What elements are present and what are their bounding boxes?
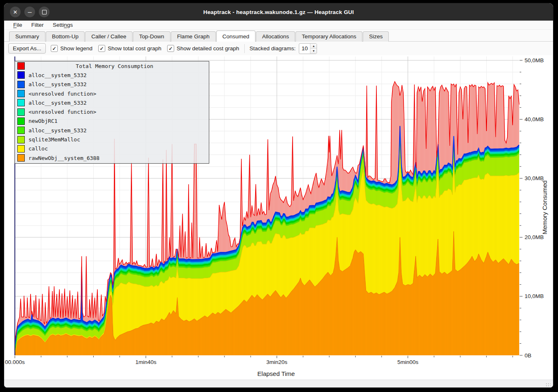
resize-grip[interactable] bbox=[546, 383, 551, 387]
spinbox-value[interactable]: 10 bbox=[299, 44, 310, 54]
window-controls: ✕─ bbox=[10, 3, 50, 21]
checkbox-show-detailed-cost-graph[interactable]: ✓Show detailed cost graph bbox=[167, 45, 239, 52]
tab-sizes[interactable]: Sizes bbox=[363, 31, 389, 42]
spin-up-arrow-icon[interactable]: ▲ bbox=[310, 44, 317, 49]
y-axis-title: Memory Consumed bbox=[541, 181, 548, 235]
checkbox-label: Show legend bbox=[60, 45, 92, 52]
tab-flame-graph[interactable]: Flame Graph bbox=[171, 31, 216, 42]
screen: ✕─ Heaptrack - heaptrack.wakunode.1.gz —… bbox=[0, 0, 558, 392]
legend-item: sqlite3MemMalloc bbox=[15, 135, 209, 144]
menu-bar: FileFilterSettings bbox=[4, 21, 553, 30]
legend-label: sqlite3MemMalloc bbox=[28, 136, 80, 143]
x-tick-label: 3min20s bbox=[266, 359, 287, 365]
checkbox-show-legend[interactable]: ✓Show legend bbox=[51, 45, 92, 52]
menu-settings[interactable]: Settings bbox=[49, 21, 77, 29]
close-button[interactable]: ✕ bbox=[10, 7, 21, 17]
tab-bar: SummaryBottom-UpCaller / CalleeTop-DownF… bbox=[4, 30, 553, 42]
legend-label: calloc bbox=[28, 146, 48, 152]
heaptrack-window: ✕─ Heaptrack - heaptrack.wakunode.1.gz —… bbox=[4, 3, 553, 387]
legend-swatch-icon bbox=[17, 117, 25, 125]
legend-item: alloc__system_5332 bbox=[15, 70, 209, 80]
legend-label: <unresolved function> bbox=[28, 91, 96, 97]
legend-item: rawNewObj__system_6388 bbox=[15, 153, 209, 162]
legend-swatch-icon bbox=[17, 136, 25, 143]
legend-title-row: Total Memory Consumption bbox=[15, 61, 209, 70]
y-tick-label: 0B bbox=[525, 352, 532, 359]
tab-summary[interactable]: Summary bbox=[9, 31, 45, 42]
status-strip bbox=[4, 380, 553, 387]
legend-swatch-icon bbox=[17, 99, 25, 106]
toolbar-separator bbox=[244, 44, 245, 53]
y-tick-label: 20,0MB bbox=[525, 234, 544, 240]
y-tick-label: 10,0MB bbox=[525, 293, 544, 299]
maximize-icon bbox=[42, 10, 47, 14]
legend-swatch-icon bbox=[17, 127, 25, 134]
legend-swatch-icon bbox=[17, 90, 25, 97]
checkbox-group: ✓Show legend✓Show total cost graph✓Show … bbox=[49, 45, 239, 52]
legend-item: <unresolved function> bbox=[15, 89, 209, 98]
legend-label: alloc__system_5332 bbox=[28, 127, 87, 134]
legend-swatch-icon bbox=[17, 108, 25, 116]
x-tick-label: 5min00s bbox=[397, 359, 418, 365]
checkbox-icon: ✓ bbox=[51, 45, 58, 52]
spinbox-arrows: ▲ ▼ bbox=[310, 44, 317, 54]
legend-label: Total Memory Consumption bbox=[28, 63, 201, 69]
chart-legend: Total Memory Consumptionalloc__system_53… bbox=[14, 61, 209, 164]
tab-consumed[interactable]: Consumed bbox=[216, 31, 255, 42]
checkbox-icon: ✓ bbox=[167, 45, 174, 52]
legend-label: alloc__system_5332 bbox=[28, 81, 87, 87]
consumed-chart[interactable]: 00.000s1min40s3min20s5min00s0B10,0MB20,0… bbox=[5, 55, 552, 380]
window-title: Heaptrack - heaptrack.wakunode.1.gz — He… bbox=[4, 9, 553, 15]
legend-label: <unresolved function> bbox=[28, 109, 96, 115]
tab-caller-callee[interactable]: Caller / Callee bbox=[85, 31, 132, 42]
x-axis-title: Elapsed Time bbox=[258, 370, 295, 377]
spin-down-arrow-icon[interactable]: ▼ bbox=[310, 49, 317, 54]
legend-item: alloc__system_5332 bbox=[15, 126, 209, 135]
checkbox-label: Show detailed cost graph bbox=[177, 45, 239, 52]
title-bar[interactable]: ✕─ Heaptrack - heaptrack.wakunode.1.gz —… bbox=[4, 3, 553, 21]
checkbox-label: Show total cost graph bbox=[108, 45, 161, 52]
legend-swatch-icon bbox=[17, 154, 25, 162]
stacked-diagrams-spinbox[interactable]: 10 ▲ ▼ bbox=[299, 43, 317, 54]
stacked-diagrams-label: Stacked diagrams: bbox=[250, 45, 296, 52]
legend-item: calloc bbox=[15, 144, 209, 153]
tab-top-down[interactable]: Top-Down bbox=[133, 31, 170, 42]
menu-filter[interactable]: Filter bbox=[27, 21, 48, 29]
legend-swatch-icon bbox=[17, 71, 25, 79]
y-tick-label: 40,0MB bbox=[525, 116, 544, 122]
legend-item: alloc__system_5332 bbox=[15, 80, 209, 89]
legend-item: newObjRC1 bbox=[15, 117, 209, 126]
legend-item: <unresolved function> bbox=[15, 107, 209, 116]
legend-label: rawNewObj__system_6388 bbox=[28, 155, 99, 161]
export-as-button[interactable]: Export As... bbox=[8, 43, 46, 54]
legend-label: alloc__system_5332 bbox=[28, 72, 87, 78]
tab-allocations[interactable]: Allocations bbox=[256, 31, 295, 42]
legend-label: alloc__system_5332 bbox=[28, 100, 87, 106]
checkbox-show-total-cost-graph[interactable]: ✓Show total cost graph bbox=[98, 45, 161, 52]
legend-swatch-icon bbox=[17, 81, 25, 88]
y-tick-label: 50,0MB bbox=[525, 57, 544, 63]
legend-swatch-icon bbox=[17, 62, 25, 70]
tab-bottom-up[interactable]: Bottom-Up bbox=[46, 31, 85, 42]
x-tick-label: 00.000s bbox=[5, 359, 25, 365]
menu-file[interactable]: File bbox=[9, 21, 26, 29]
minimize-button[interactable]: ─ bbox=[24, 7, 35, 17]
tab-temporary-allocations[interactable]: Temporary Allocations bbox=[296, 31, 362, 42]
toolbar: Export As... ✓Show legend✓Show total cos… bbox=[4, 42, 553, 55]
maximize-button[interactable] bbox=[39, 7, 50, 17]
legend-label: newObjRC1 bbox=[28, 118, 57, 124]
legend-swatch-icon bbox=[17, 145, 25, 153]
x-tick-label: 1min40s bbox=[135, 359, 156, 365]
legend-item: alloc__system_5332 bbox=[15, 98, 209, 107]
checkbox-icon: ✓ bbox=[98, 45, 105, 52]
